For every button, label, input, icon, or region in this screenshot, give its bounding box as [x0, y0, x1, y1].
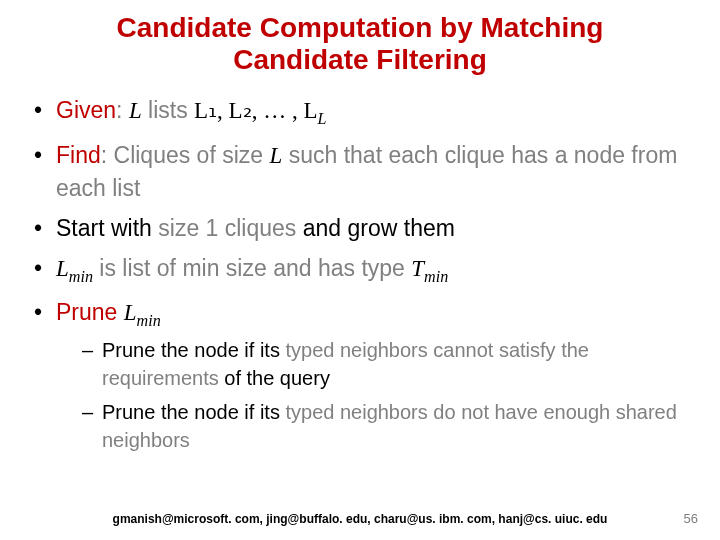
text: Prune the node if its: [102, 401, 285, 423]
text: and grow them: [296, 215, 455, 241]
text: is list of min size and has type: [93, 255, 411, 281]
slide-title: Candidate Computation by Matching Candid…: [28, 12, 692, 76]
var-Lmin-sub: min: [69, 268, 93, 285]
title-line-1: Candidate Computation by Matching: [117, 12, 604, 43]
var-Tmin-T: T: [411, 256, 424, 281]
label-prune: Prune: [56, 299, 124, 325]
bullet-prune: Prune Lmin Prune the node if its typed n…: [34, 296, 692, 454]
label-find: Find: [56, 142, 101, 168]
sub-bullet-list: Prune the node if its typed neighbors ca…: [56, 336, 692, 454]
title-line-2: Candidate Filtering: [233, 44, 487, 75]
page-number: 56: [684, 511, 698, 526]
slide: Candidate Computation by Matching Candid…: [0, 0, 720, 540]
var-L: L: [129, 98, 142, 123]
bullet-find: Find: Cliques of size L such that each c…: [34, 139, 692, 204]
bullet-lmin: Lmin is list of min size and has type Tm…: [34, 252, 692, 288]
text: of the query: [219, 367, 330, 389]
list-sequence: L₁, L₂, … , L: [194, 98, 317, 123]
text: lists: [142, 97, 194, 123]
text: Prune the node if its: [102, 339, 285, 361]
bullet-given: Given: L lists L₁, L₂, … , LL: [34, 94, 692, 130]
text: :: [116, 97, 129, 123]
subscript-L: L: [317, 110, 326, 127]
var-Lmin-L: L: [124, 300, 137, 325]
text-gray: size 1 cliques: [158, 215, 296, 241]
bullet-list: Given: L lists L₁, L₂, … , LL Find: Cliq…: [28, 94, 692, 454]
var-L: L: [270, 143, 283, 168]
bullet-start: Start with size 1 cliques and grow them: [34, 212, 692, 244]
var-Lmin-sub: min: [137, 312, 161, 329]
sub-bullet-1: Prune the node if its typed neighbors ca…: [82, 336, 692, 392]
var-Tmin-sub: min: [424, 268, 448, 285]
var-Lmin-L: L: [56, 256, 69, 281]
text: : Cliques of size: [101, 142, 270, 168]
footer-emails: gmanish@microsoft. com, jing@buffalo. ed…: [0, 512, 720, 526]
text: Start with: [56, 215, 158, 241]
label-given: Given: [56, 97, 116, 123]
sub-bullet-2: Prune the node if its typed neighbors do…: [82, 398, 692, 454]
